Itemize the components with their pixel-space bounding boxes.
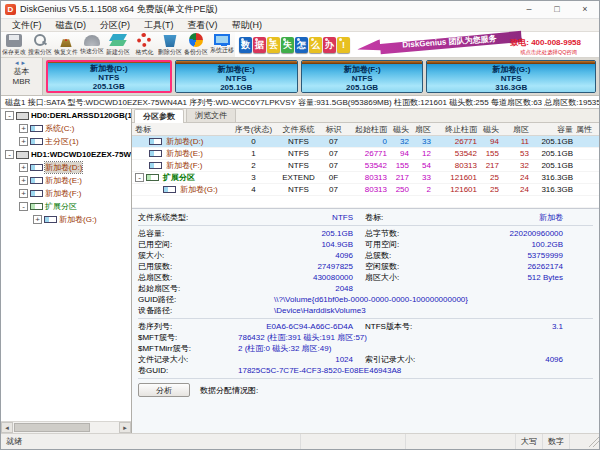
allocation-map-caption: 数据分配情况图: [200, 385, 258, 396]
disk-nav-arrows-icon[interactable]: ◂▸ [1, 59, 42, 67]
partition-name: 新加卷(G:) [427, 65, 595, 74]
partition-block-body: 新加卷(G:)NTFS316.3GB [427, 64, 595, 92]
partition-tree: -HD0:DERLARSSD120GB(112GB)+系统(C:)+主分区(1)… [1, 109, 132, 433]
menu-item-4[interactable]: 查看(V) [181, 19, 225, 32]
close-icon[interactable]: × [571, 1, 599, 19]
menu-item-1[interactable]: 磁盘(D) [49, 19, 94, 32]
table-cell: 250 [390, 185, 412, 194]
disk-scheme-label: MBR [1, 77, 42, 87]
tree-expand-minus-icon[interactable]: - [5, 111, 14, 120]
maximize-icon[interactable]: □ [543, 1, 571, 19]
toolbar-button-format[interactable]: 格式化 [131, 32, 157, 57]
table-header-cell: 容量 [532, 124, 576, 135]
sidebar-item[interactable]: +主分区(1) [1, 135, 131, 148]
tab-bar: 分区参数浏览文件 [132, 109, 599, 123]
detail-label: 卷标: [353, 212, 443, 223]
table-cell-name: -扩展分区 [132, 172, 232, 183]
menu-item-5[interactable]: 帮助(H) [225, 19, 270, 32]
detail-separator [138, 378, 593, 379]
table-header-cell: 起始柱面 [348, 124, 390, 135]
table-header-cell: 卷标 [132, 124, 232, 135]
hscroll-right-icon[interactable]: ▸ [119, 422, 131, 433]
hscroll-left-icon[interactable]: ◂ [1, 422, 13, 433]
toolbar-button-new[interactable]: 新建分区 [105, 32, 131, 57]
status-ready: 就绪 [1, 434, 301, 449]
table-row[interactable]: 新加卷(F:)2NTFS0753542155548031321732205.1G… [132, 160, 599, 172]
tree-expand-plus-icon[interactable]: + [19, 163, 28, 172]
menu-item-2[interactable]: 分区(P) [93, 19, 137, 32]
ad-tile: 数 [239, 37, 252, 53]
partition-size: 316.3GB [427, 83, 595, 92]
tree-expand-minus-icon[interactable]: - [135, 173, 144, 182]
partition-block[interactable]: 新加卷(D:)NTFS205.1GB [46, 60, 172, 93]
resize-grip-icon[interactable] [589, 437, 599, 447]
sidebar-item-label: 系统(C:) [45, 123, 74, 134]
tree-expand-plus-icon[interactable]: + [19, 189, 28, 198]
partition-name: 新加卷(F:) [302, 65, 423, 74]
table-cell: 32 [502, 161, 532, 170]
ad-tiles: 数据丢失怎么办! [239, 37, 351, 53]
toolbar-buttons: 保存更改搜索分区恢复文件快速分区新建分区格式化删除分区备份分区系统迁移 [1, 32, 235, 57]
tree-expand-plus-icon[interactable]: + [33, 215, 42, 224]
table-cell: EXTEND [278, 173, 322, 182]
tab-active[interactable]: 分区参数 [134, 109, 184, 123]
table-header-cell: 标识 [322, 124, 348, 135]
table-cell: 54 [412, 161, 434, 170]
sidebar-item[interactable]: +新加卷(E:) [1, 174, 131, 187]
sidebar-item[interactable]: +系统(C:) [1, 122, 131, 135]
detail-row: 簇大小:4096总簇数:53759999 [138, 250, 593, 261]
title-bar: D DiskGenius V5.5.1.1508 x64 免费版(单文件PE版)… [1, 1, 599, 19]
sidebar-item[interactable]: -扩展分区 [1, 200, 131, 213]
sidebar-item[interactable]: -HD0:DERLARSSD120GB(112GB) [1, 109, 131, 122]
toolbar-button-save[interactable]: 保存更改 [1, 32, 27, 57]
detail-separator [138, 225, 593, 226]
toolbar-button-search[interactable]: 搜索分区 [27, 32, 53, 57]
tree-expand-plus-icon[interactable]: + [19, 176, 28, 185]
table-row-volume-label: 新加卷(E:) [166, 148, 203, 159]
tab-inactive[interactable]: 浏览文件 [186, 108, 236, 122]
tree-hscrollbar[interactable]: ◂ ▸ [1, 421, 131, 433]
partition-block[interactable]: 新加卷(F:)NTFS205.1GB [301, 60, 424, 93]
part-icon [149, 150, 162, 157]
table-row[interactable]: 新加卷(G:)4NTFS078031325021216012524316.3GB [132, 184, 599, 196]
table-row[interactable]: 新加卷(D:)0NTFS0703233267719411205.1GB [132, 136, 599, 148]
hscroll-thumb[interactable] [14, 423, 90, 432]
tree-expand-minus-icon[interactable]: - [19, 202, 28, 211]
sidebar-item[interactable]: +新加卷(D:) [1, 161, 131, 174]
ad-banner[interactable]: 数据丢失怎么办! DiskGenius 团队为您服务 致电: 400-008-9… [235, 32, 599, 57]
detail-value: \\?\Volume{d61bf0eb-0000-0000-0000-10000… [274, 295, 468, 304]
table-row[interactable]: -扩展分区3EXTEND0F80313217331216012524316.3G… [132, 172, 599, 184]
tree-expand-plus-icon[interactable]: + [19, 137, 28, 146]
sidebar-item[interactable]: -HD1:WDCWD10EZEX-75WN4A1(932GB) [1, 148, 131, 161]
sidebar-item[interactable]: +新加卷(F:) [1, 187, 131, 200]
detail-label: 可用空间: [353, 239, 443, 250]
hscroll-track[interactable] [13, 422, 119, 433]
ad-qq-link[interactable]: 或点击此处选择QQ咨询 [514, 48, 578, 56]
partition-block[interactable]: 新加卷(E:)NTFS205.1GB [175, 60, 298, 93]
minimize-icon[interactable]: – [515, 1, 543, 19]
detail-label: 总簇数: [353, 250, 443, 261]
toolbar-button-label: 删除分区 [158, 48, 182, 57]
part-icon [149, 138, 162, 145]
toolbar-button-backup[interactable]: 备份分区 [183, 32, 209, 57]
toolbar-button-migrate[interactable]: 系统迁移 [209, 32, 235, 57]
table-cell: NTFS [278, 149, 322, 158]
partition-size: 205.1GB [48, 82, 170, 91]
table-cell: 07 [322, 137, 348, 146]
tree-expand-plus-icon[interactable]: + [19, 124, 28, 133]
tree-expand-minus-icon[interactable]: - [5, 150, 14, 159]
menu-item-0[interactable]: 文件(F) [5, 19, 49, 32]
toolbar-button-delete[interactable]: 删除分区 [157, 32, 183, 57]
sidebar-item[interactable]: +新加卷(G:) [1, 213, 131, 226]
toolbar-button-quick[interactable]: 快速分区 [79, 32, 105, 57]
table-header-cell: 序号(状态) [232, 124, 278, 135]
detail-label: 总容量: [138, 228, 238, 239]
menu-item-3[interactable]: 工具(T) [137, 19, 181, 32]
table-cell: 316.3GB [532, 185, 576, 194]
analyze-button[interactable]: 分析 [138, 383, 190, 397]
toolbar-button-recover[interactable]: 恢复文件 [53, 32, 79, 57]
disk-nav[interactable]: ◂▸ 基本 MBR [1, 58, 43, 95]
partition-block-body: 新加卷(F:)NTFS205.1GB [302, 64, 423, 92]
partition-block[interactable]: 新加卷(G:)NTFS316.3GB [426, 60, 596, 93]
table-row[interactable]: 新加卷(E:)1NTFS072677194125354215553205.1GB [132, 148, 599, 160]
